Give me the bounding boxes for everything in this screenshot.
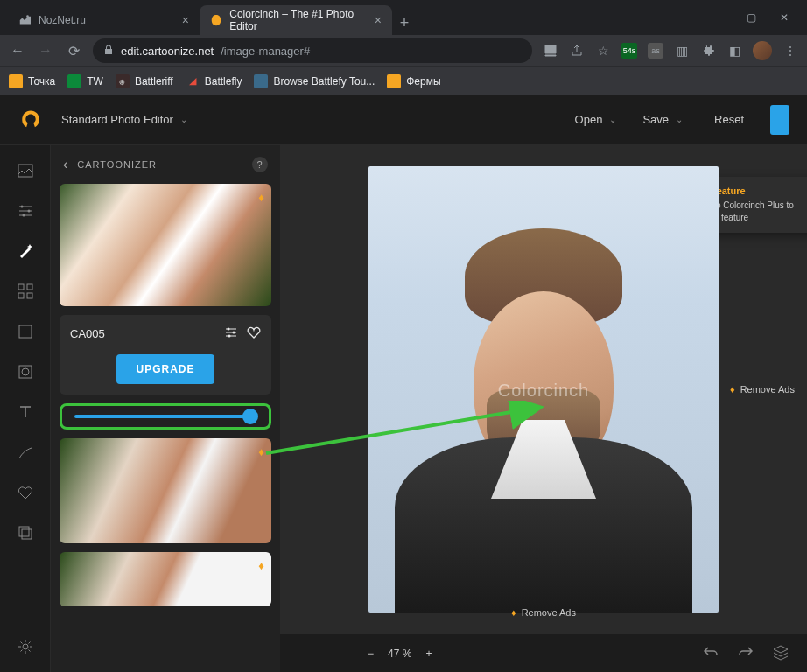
intensity-slider[interactable] <box>74 415 256 418</box>
address-bar: ← → ⟳ edit.cartoonize.net/image-manager#… <box>0 35 807 66</box>
crown-icon: ♦ <box>730 384 735 395</box>
frame-tool[interactable] <box>9 355 42 388</box>
remove-ads-link[interactable]: ♦Remove Ads <box>511 607 576 618</box>
reload-button[interactable]: ⟳ <box>65 43 82 60</box>
sliders-icon[interactable] <box>224 326 238 342</box>
svg-point-3 <box>27 210 30 213</box>
zoom-out-button[interactable]: − <box>368 648 374 660</box>
bookmarks-bar: Точка TW ⎈Battleriff ◢Battlefly Browse B… <box>0 66 807 94</box>
app-header: Standard Photo Editor ⌄ Open⌄ Save⌄ Rese… <box>0 94 807 145</box>
extension-icon[interactable]: ▥ <box>674 43 690 59</box>
forward-button[interactable]: → <box>37 43 54 59</box>
watermark: Colorcinch <box>498 381 589 401</box>
bookmark[interactable]: Точка <box>9 74 55 88</box>
tool-rail <box>0 145 51 672</box>
tab-favicon <box>18 13 32 27</box>
maximize-button[interactable]: ▢ <box>742 9 760 26</box>
url-field[interactable]: edit.cartoonize.net/image-manager# <box>93 38 532 63</box>
adjust-tool[interactable] <box>9 194 42 228</box>
browser-tabs: NozNet.ru × Colorcinch – The #1 Photo Ed… <box>7 0 417 35</box>
chevron-down-icon: ⌄ <box>180 115 187 124</box>
slider-thumb[interactable] <box>242 409 258 424</box>
panel-title: CARTOONIZER <box>77 159 157 170</box>
remove-ads-link[interactable]: ♦Remove Ads <box>730 384 795 395</box>
undo-button[interactable] <box>702 645 719 662</box>
effects-list[interactable]: ♦ CA005 UPGRADE <box>51 184 280 672</box>
bookmark[interactable]: ⎈Battleriff <box>116 74 173 88</box>
back-button[interactable]: ← <box>9 43 26 59</box>
colorcinch-logo[interactable] <box>18 107 44 133</box>
close-button[interactable]: ✕ <box>775 9 793 26</box>
back-chevron-icon[interactable]: ‹ <box>63 157 68 172</box>
zoom-level: 47 % <box>388 648 411 660</box>
settings-tool[interactable] <box>9 630 42 663</box>
intensity-slider-highlight <box>60 403 271 430</box>
url-host: edit.cartoonize.net <box>121 45 214 58</box>
zoom-in-button[interactable]: + <box>425 648 432 660</box>
mask-tool[interactable] <box>9 315 42 348</box>
svg-rect-13 <box>22 529 32 539</box>
crown-icon: ♦ <box>258 559 264 572</box>
upgrade-button[interactable]: UPGRADE <box>116 354 214 384</box>
redo-button[interactable] <box>737 645 754 662</box>
image-tool[interactable] <box>9 154 42 187</box>
svg-rect-10 <box>19 366 32 378</box>
editor-title-dropdown[interactable]: Standard Photo Editor ⌄ <box>61 113 187 126</box>
help-icon[interactable]: ? <box>252 157 268 172</box>
canvas-image[interactable]: Colorcinch <box>368 166 719 612</box>
bookmark[interactable]: Фермы <box>387 74 440 88</box>
draw-tool[interactable] <box>9 436 42 469</box>
text-tool[interactable] <box>9 396 42 429</box>
effect-thumbnail[interactable]: ♦ <box>60 184 271 306</box>
minimize-button[interactable]: ― <box>709 9 726 26</box>
reset-button[interactable]: Reset <box>714 113 744 126</box>
side-panel-icon[interactable]: ◧ <box>726 43 742 59</box>
bookmark[interactable]: ◢Battlefly <box>186 74 242 88</box>
new-tab-button[interactable]: + <box>392 10 417 35</box>
open-button[interactable]: Open⌄ <box>575 113 617 126</box>
browser-tab[interactable]: Colorcinch – The #1 Photo Editor × <box>200 5 392 35</box>
save-button[interactable]: Save⌄ <box>642 113 683 126</box>
heart-icon[interactable] <box>247 326 261 342</box>
tab-favicon <box>210 13 222 27</box>
lastfm-icon[interactable]: as <box>648 43 663 59</box>
layers-icon[interactable] <box>772 643 789 663</box>
share-icon[interactable] <box>569 43 585 59</box>
extension-badge[interactable]: 54s <box>621 43 637 59</box>
bookmark[interactable]: Browse Battlefy Tou... <box>254 74 375 88</box>
close-icon[interactable]: × <box>182 13 189 27</box>
crown-icon: ♦ <box>258 445 264 458</box>
chevron-down-icon: ⌄ <box>609 115 616 124</box>
lock-icon <box>103 45 114 58</box>
favorites-tool[interactable] <box>9 476 42 509</box>
effect-thumbnail[interactable]: ♦ <box>60 438 271 543</box>
profile-avatar[interactable] <box>753 41 772 60</box>
crown-icon: ♦ <box>258 191 264 204</box>
canvas-main: ♦Plus Feature Upgrade to Colorcinch Plus… <box>280 145 807 634</box>
effect-thumbnail[interactable]: ♦ <box>60 552 271 606</box>
svg-rect-8 <box>27 293 32 298</box>
effects-panel: ‹ CARTOONIZER ? ♦ CA005 UPGRADE <box>51 145 280 672</box>
svg-rect-5 <box>18 284 24 290</box>
selected-effect-card: CA005 UPGRADE <box>60 315 271 395</box>
svg-rect-7 <box>18 293 24 298</box>
svg-point-0 <box>26 15 29 18</box>
overlay-tool[interactable] <box>9 275 42 308</box>
menu-icon[interactable]: ⋮ <box>782 43 798 59</box>
effects-tool[interactable] <box>9 234 42 268</box>
browser-tab[interactable]: NozNet.ru × <box>7 5 200 35</box>
bookmark-star-icon[interactable]: ☆ <box>595 43 611 59</box>
app-body: ‹ CARTOONIZER ? ♦ CA005 UPGRADE <box>0 145 807 672</box>
extensions-puzzle-icon[interactable] <box>700 43 716 59</box>
browser-titlebar: NozNet.ru × Colorcinch – The #1 Photo Ed… <box>0 0 807 35</box>
tab-title: NozNet.ru <box>39 14 86 26</box>
install-icon[interactable] <box>543 43 558 59</box>
bookmark[interactable]: TW <box>67 74 103 88</box>
addressbar-icons: ☆ 54s as ▥ ◧ ⋮ <box>543 41 798 60</box>
layers-tool[interactable] <box>9 516 42 550</box>
close-icon[interactable]: × <box>375 13 382 27</box>
svg-rect-9 <box>19 326 32 338</box>
svg-point-2 <box>20 206 23 208</box>
app-container: Standard Photo Editor ⌄ Open⌄ Save⌄ Rese… <box>0 94 807 672</box>
accent-strip <box>770 105 789 135</box>
